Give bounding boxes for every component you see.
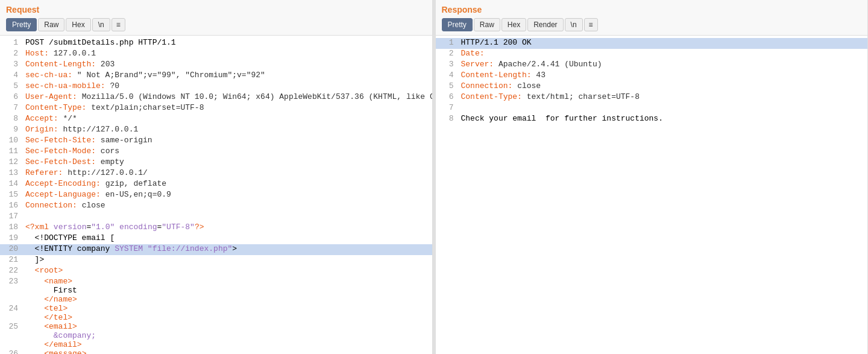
line-content: sec-ch-ua-mobile: ?0 xyxy=(25,81,427,90)
table-row: 2Date: xyxy=(436,49,868,60)
table-row: 16Connection: close xyxy=(0,201,432,212)
line-number: 7 xyxy=(441,103,454,112)
line-content: POST /submitDetails.php HTTP/1.1 xyxy=(25,38,427,47)
line-content: <email> &company; </email> xyxy=(25,322,427,349)
line-content: <!DOCTYPE email [ xyxy=(25,233,427,242)
line-number: 7 xyxy=(5,103,18,112)
response-tab-newline[interactable]: \n xyxy=(565,18,583,31)
request-tab-newline[interactable]: \n xyxy=(92,18,110,31)
line-number: 2 xyxy=(441,49,454,58)
line-number: 14 xyxy=(5,179,18,188)
response-tab-raw[interactable]: Raw xyxy=(474,18,500,31)
table-row: 15Accept-Language: en-US,en;q=0.9 xyxy=(0,190,432,201)
table-row: 17 xyxy=(0,212,432,223)
line-number: 23 xyxy=(5,277,18,286)
request-code-area: 1POST /submitDetails.php HTTP/1.12Host: … xyxy=(0,36,432,354)
response-tab-pretty[interactable]: Pretty xyxy=(442,18,473,31)
line-number: 20 xyxy=(5,244,18,253)
table-row: 19 <!DOCTYPE email [ xyxy=(0,233,432,244)
table-row: 14Accept-Encoding: gzip, deflate xyxy=(0,179,432,190)
line-content: Accept: */* xyxy=(25,114,427,123)
line-number: 19 xyxy=(5,233,18,242)
line-content: Sec-Fetch-Site: same-origin xyxy=(25,136,427,145)
line-number: 3 xyxy=(5,60,18,69)
line-content: Accept-Encoding: gzip, deflate xyxy=(25,179,427,188)
line-content: <?xml version="1.0" encoding="UTF-8"?> xyxy=(25,223,427,232)
line-number: 18 xyxy=(5,223,18,232)
line-number: 12 xyxy=(5,157,18,166)
line-content: Origin: http://127.0.0.1 xyxy=(25,125,427,134)
line-number: 21 xyxy=(5,255,18,264)
table-row: 20 <!ENTITY company SYSTEM "file://index… xyxy=(0,244,432,255)
line-content: Connection: close xyxy=(25,201,427,210)
response-toolbar: Pretty Raw Hex Render \n ≡ xyxy=(442,18,862,31)
line-number: 8 xyxy=(5,114,18,123)
line-content: Host: 127.0.0.1 xyxy=(25,49,427,58)
table-row: 4sec-ch-ua: " Not A;Brand";v="99", "Chro… xyxy=(0,71,432,81)
request-menu-button[interactable]: ≡ xyxy=(112,18,125,31)
line-content: User-Agent: Mozilla/5.0 (Windows NT 10.0… xyxy=(25,92,432,101)
line-number: 10 xyxy=(5,136,18,145)
line-content: <root> xyxy=(25,266,427,275)
line-content: Connection: close xyxy=(461,81,863,90)
table-row: 5sec-ch-ua-mobile: ?0 xyxy=(0,81,432,92)
line-number: 22 xyxy=(5,266,18,275)
line-content: <message> Test </message> xyxy=(25,349,427,354)
line-content: Content-Length: 43 xyxy=(461,71,863,80)
line-number: 4 xyxy=(5,71,18,80)
line-content: Content-Type: text/html; charset=UTF-8 xyxy=(461,92,863,101)
response-panel: Response Pretty Raw Hex Render \n ≡ 1HTT… xyxy=(436,0,869,354)
line-content: <name> First </name> xyxy=(25,277,427,304)
line-content: sec-ch-ua: " Not A;Brand";v="99", "Chrom… xyxy=(25,71,427,80)
request-tab-raw[interactable]: Raw xyxy=(38,18,64,31)
line-number: 25 xyxy=(5,322,18,331)
response-title: Response xyxy=(442,5,862,14)
line-number: 3 xyxy=(441,60,454,69)
table-row: 6User-Agent: Mozilla/5.0 (Windows NT 10.… xyxy=(0,92,432,103)
table-row: 21 ]> xyxy=(0,255,432,266)
response-header: Response Pretty Raw Hex Render \n ≡ xyxy=(436,0,868,36)
response-tab-render[interactable]: Render xyxy=(527,18,563,31)
table-row: 3Content-Length: 203 xyxy=(0,60,432,71)
line-content: Sec-Fetch-Dest: empty xyxy=(25,157,427,166)
table-row: 24 <tel> </tel> xyxy=(0,304,432,322)
line-number: 9 xyxy=(5,125,18,134)
table-row: 1HTTP/1.1 200 OK xyxy=(436,38,868,49)
line-content: HTTP/1.1 200 OK xyxy=(461,38,863,47)
line-number: 4 xyxy=(441,71,454,80)
request-tab-pretty[interactable]: Pretty xyxy=(6,18,37,31)
table-row: 18<?xml version="1.0" encoding="UTF-8"?> xyxy=(0,223,432,233)
response-code-area: 1HTTP/1.1 200 OK2Date:3Server: Apache/2.… xyxy=(436,36,868,354)
line-content: Content-Length: 203 xyxy=(25,60,427,69)
response-menu-button[interactable]: ≡ xyxy=(584,18,598,31)
table-row: 22 <root> xyxy=(0,266,432,277)
table-row: 8Accept: */* xyxy=(0,114,432,125)
line-content: <tel> </tel> xyxy=(25,304,427,322)
line-number: 13 xyxy=(5,168,18,177)
line-content: <!ENTITY company SYSTEM "file://index.ph… xyxy=(25,244,427,253)
line-content: Referer: http://127.0.0.1/ xyxy=(25,168,427,177)
line-number: 5 xyxy=(5,81,18,90)
line-number: 6 xyxy=(441,92,454,101)
request-toolbar: Pretty Raw Hex \n ≡ xyxy=(6,18,426,31)
table-row: 13Referer: http://127.0.0.1/ xyxy=(0,168,432,179)
request-tab-hex[interactable]: Hex xyxy=(66,18,90,31)
request-title: Request xyxy=(6,5,426,14)
table-row: 5Connection: close xyxy=(436,81,868,92)
table-row: 9Origin: http://127.0.0.1 xyxy=(0,125,432,136)
line-content: Content-Type: text/plain;charset=UTF-8 xyxy=(25,103,427,112)
line-content: Server: Apache/2.4.41 (Ubuntu) xyxy=(461,60,863,69)
table-row: 6Content-Type: text/html; charset=UTF-8 xyxy=(436,92,868,103)
line-content: Date: xyxy=(461,49,863,58)
line-content: Accept-Language: en-US,en;q=0.9 xyxy=(25,190,427,199)
line-number: 26 xyxy=(5,349,18,354)
table-row: 3Server: Apache/2.4.41 (Ubuntu) xyxy=(436,60,868,71)
line-number: 1 xyxy=(441,38,454,47)
line-number: 16 xyxy=(5,201,18,210)
response-tab-hex[interactable]: Hex xyxy=(502,18,526,31)
line-number: 8 xyxy=(441,114,454,123)
request-header: Request Pretty Raw Hex \n ≡ xyxy=(0,0,432,36)
request-panel: Request Pretty Raw Hex \n ≡ 1POST /submi… xyxy=(0,0,433,354)
line-content: Sec-Fetch-Mode: cors xyxy=(25,147,427,156)
table-row: 1POST /submitDetails.php HTTP/1.1 xyxy=(0,38,432,49)
